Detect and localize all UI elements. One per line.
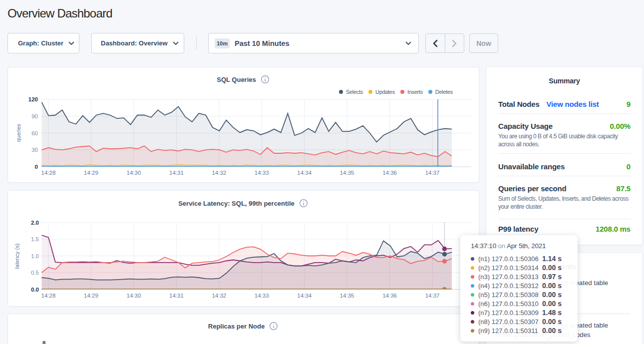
- svg-text:14:29: 14:29: [84, 293, 98, 299]
- svg-text:1.0: 1.0: [31, 253, 39, 259]
- svg-text:14:37: 14:37: [425, 293, 440, 299]
- svg-text:60: 60: [31, 130, 38, 136]
- svg-text:14:30: 14:30: [127, 170, 141, 176]
- svg-text:2.0: 2.0: [31, 220, 39, 226]
- svg-text:14:32: 14:32: [212, 170, 226, 176]
- svg-text:14:28: 14:28: [41, 293, 56, 299]
- svg-text:14:31: 14:31: [169, 170, 184, 176]
- svg-text:14:34: 14:34: [297, 170, 312, 176]
- svg-text:14:30: 14:30: [127, 293, 141, 299]
- svg-text:120: 120: [28, 96, 38, 102]
- svg-text:14:34: 14:34: [297, 293, 312, 299]
- svg-text:queries: queries: [15, 123, 21, 142]
- svg-text:14:35: 14:35: [340, 170, 354, 176]
- svg-text:14:28: 14:28: [41, 170, 56, 176]
- svg-text:0.5: 0.5: [31, 270, 39, 276]
- svg-text:14:36: 14:36: [382, 170, 397, 176]
- svg-text:0: 0: [35, 164, 38, 170]
- svg-text:1.5: 1.5: [31, 236, 39, 242]
- svg-text:0.0: 0.0: [31, 287, 39, 293]
- svg-text:14:33: 14:33: [255, 293, 269, 299]
- svg-text:30: 30: [31, 147, 38, 153]
- svg-text:90: 90: [31, 113, 38, 119]
- svg-text:14:33: 14:33: [255, 170, 269, 176]
- svg-text:14:29: 14:29: [84, 170, 98, 176]
- svg-text:14:32: 14:32: [212, 293, 226, 299]
- svg-text:8: 8: [42, 340, 46, 344]
- svg-text:14:35: 14:35: [340, 293, 354, 299]
- svg-text:14:36: 14:36: [382, 293, 397, 299]
- svg-text:14:31: 14:31: [169, 293, 184, 299]
- svg-text:latency (s): latency (s): [14, 244, 20, 269]
- svg-text:14:37: 14:37: [425, 170, 440, 176]
